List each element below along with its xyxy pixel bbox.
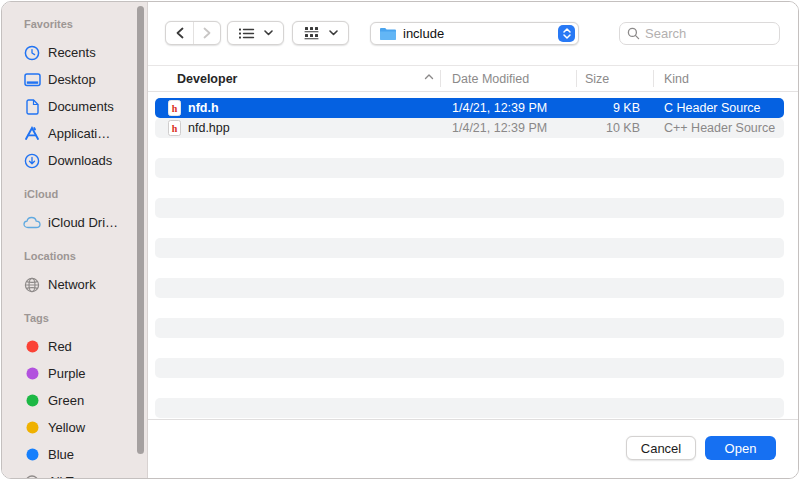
sidebar-item-label: Purple [48,366,86,381]
sidebar-item-icloud-dri[interactable]: iCloud Dri… [2,209,147,236]
search-field[interactable] [619,22,780,45]
sidebar-item-red[interactable]: Red [2,333,147,360]
h-source-file-icon: h [168,120,181,136]
sidebar-item-green[interactable]: Green [2,387,147,414]
location-dropdown[interactable]: include [370,22,579,45]
all-tags-icon [23,473,41,479]
sidebar-item-label: Desktop [48,72,96,87]
tag-dot-icon [23,365,41,383]
sidebar-item-label: Red [48,339,72,354]
desktop-icon [23,71,41,89]
empty-list-row [155,298,784,318]
column-header-date-modified[interactable]: Date Modified [452,72,529,86]
sidebar-item-label: Yellow [48,420,85,435]
list-view-button[interactable] [227,21,284,45]
tag-dot-icon [23,392,41,410]
empty-list-row [155,218,784,238]
empty-list-row [155,398,784,418]
forward-button[interactable] [193,22,220,44]
sidebar-section-gap [2,174,147,187]
magnifier-icon [627,27,640,40]
sidebar-item-label: Network [48,277,96,292]
sidebar-item-recents[interactable]: Recents [2,39,147,66]
search-input[interactable] [645,26,760,41]
sidebar-item-network[interactable]: Network [2,271,147,298]
tag-dot-icon [23,338,41,356]
location-label: include [403,26,444,41]
sidebar-item-label: Applicati… [48,126,110,141]
up-down-chevrons-icon[interactable] [558,25,575,42]
file-size: 9 KB [515,101,640,115]
h-source-file-icon: h [168,100,181,116]
sidebar-item-documents[interactable]: Documents [2,93,147,120]
column-header-row: Developer Date Modified Size Kind [148,65,798,92]
sidebar-item-label: Recents [48,45,96,60]
open-button[interactable]: Open [705,436,776,460]
sidebar-item-label: All Tags [48,474,93,478]
empty-list-row [155,138,784,158]
open-file-dialog: FavoritesRecentsDesktopDocumentsApplicat… [1,1,799,479]
empty-list-row [155,158,784,178]
sidebar-item-label: Downloads [48,153,112,168]
sidebar-section-gap [2,236,147,249]
file-name: nfd.h [188,101,219,115]
empty-list-row [155,278,784,298]
sidebar-item-yellow[interactable]: Yellow [2,414,147,441]
empty-list-row [155,338,784,358]
empty-list-row [155,318,784,338]
toolbar: include [148,2,798,65]
sidebar-item-purple[interactable]: Purple [2,360,147,387]
sidebar-section-label-locations: Locations [2,249,147,263]
list-view-icon [238,27,255,40]
sidebar-item-label: Blue [48,447,74,462]
file-row-nfd.h[interactable]: hnfd.h1/4/21, 12:39 PM9 KBC Header Sourc… [155,98,784,118]
chevron-down-icon [264,30,273,36]
sidebar-item-all-tags[interactable]: All Tags [2,468,147,478]
empty-list-row [155,358,784,378]
globe-icon [23,276,41,294]
group-view-button[interactable] [292,21,349,45]
column-header-size[interactable]: Size [585,72,609,86]
file-kind: C Header Source [664,101,761,115]
empty-list-row [155,178,784,198]
file-list: hnfd.h1/4/21, 12:39 PM9 KBC Header Sourc… [148,92,798,419]
sort-ascending-icon[interactable] [424,73,434,80]
column-header-kind[interactable]: Kind [664,72,689,86]
tag-dot-icon [23,446,41,464]
chevron-down-icon [329,30,338,36]
appstore-a-icon [23,125,41,143]
sidebar-item-applicati[interactable]: Applicati… [2,120,147,147]
empty-list-row [155,378,784,398]
file-kind: C++ Header Source [664,121,775,135]
chevron-left-icon [175,27,185,39]
file-row-nfd.hpp[interactable]: hnfd.hpp1/4/21, 12:39 PM10 KBC++ Header … [155,118,784,138]
sidebar-item-desktop[interactable]: Desktop [2,66,147,93]
empty-list-row [155,238,784,258]
back-button[interactable] [166,22,193,44]
empty-list-row [155,258,784,278]
empty-list-row [155,198,784,218]
cancel-button[interactable]: Cancel [626,436,696,460]
sidebar-item-label: iCloud Dri… [48,215,118,230]
file-size: 10 KB [515,121,640,135]
sidebar-section-label-favorites: Favorites [2,17,147,31]
sidebar-scrollbar[interactable] [137,6,144,454]
sidebar-item-downloads[interactable]: Downloads [2,147,147,174]
sidebar-item-blue[interactable]: Blue [2,441,147,468]
column-header-developer[interactable]: Developer [177,72,237,86]
folder-icon [379,27,397,41]
download-circle-icon [23,152,41,170]
nav-button-group [165,21,221,45]
sidebar-section-label-icloud: iCloud [2,187,147,201]
main-pane: include Developer Date Modified [148,2,798,478]
cloud-icon [23,214,41,232]
file-name: nfd.hpp [188,121,230,135]
clock-icon [23,44,41,62]
chevron-right-icon [202,27,212,39]
column-separator[interactable] [576,70,577,87]
document-icon [23,98,41,116]
column-separator[interactable] [440,70,441,87]
sidebar-section-gap [2,298,147,311]
column-separator[interactable] [653,70,654,87]
dialog-footer: Cancel Open [148,419,798,478]
